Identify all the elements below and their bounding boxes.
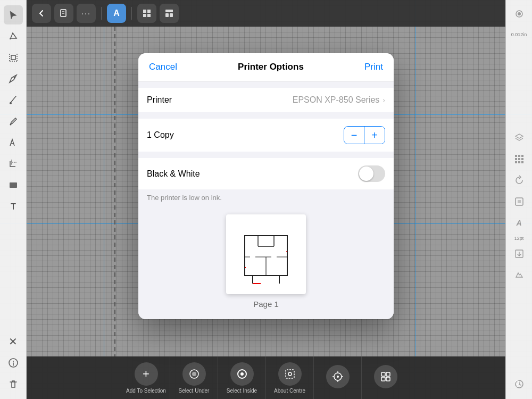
svg-rect-10	[11, 55, 15, 60]
text-tool[interactable]	[4, 197, 23, 216]
back-button[interactable]	[32, 4, 51, 23]
svg-rect-8	[165, 13, 169, 17]
more-snap-icon	[374, 365, 397, 388]
resize-tool[interactable]	[510, 192, 529, 211]
bw-row: Black & White	[138, 158, 394, 189]
svg-rect-5	[143, 14, 146, 17]
select-inside-icon	[230, 362, 254, 386]
decrement-copies-button[interactable]: −	[344, 127, 364, 144]
about-centre-button[interactable]: About Centre	[266, 356, 314, 399]
svg-rect-19	[515, 155, 517, 157]
more-snap-button[interactable]	[362, 356, 410, 399]
svg-rect-6	[147, 14, 151, 17]
svg-point-52	[288, 372, 292, 376]
rotate-tool[interactable]	[510, 171, 529, 190]
bw-label: Black & White	[147, 169, 200, 179]
page-preview-card[interactable]	[226, 214, 306, 294]
brush-tool[interactable]	[4, 90, 23, 110]
info-tool[interactable]	[4, 353, 23, 372]
bw-section: Black & White	[138, 158, 394, 189]
dialog-body: Printer EPSON XP-850 Series › 1 Copy − +	[138, 88, 394, 319]
add-to-selection-button[interactable]: + Add To Selection	[122, 356, 170, 399]
right-toolbar: 0.012in A 12pt	[505, 0, 532, 399]
floor-plan-preview	[234, 222, 298, 286]
rectangle-tool[interactable]	[4, 176, 23, 195]
svg-point-18	[518, 12, 521, 15]
dialog-title: Printer Options	[238, 62, 304, 72]
eyedropper-tool[interactable]	[4, 112, 23, 131]
fill-tool[interactable]	[4, 133, 23, 152]
svg-rect-59	[381, 372, 385, 376]
copies-row: 1 Copy − +	[138, 119, 394, 152]
copies-stepper: − +	[344, 126, 385, 144]
svg-rect-20	[518, 155, 520, 157]
app-logo-button[interactable]: A	[107, 4, 126, 23]
transform-tool[interactable]	[4, 48, 23, 67]
snap-icon	[326, 365, 350, 388]
layout-button[interactable]	[160, 4, 179, 23]
svg-rect-4	[147, 10, 151, 13]
hand-tool-right[interactable]	[510, 5, 529, 24]
pen-tool[interactable]	[4, 69, 23, 88]
page-preview-section: Page 1	[138, 204, 394, 319]
svg-point-11	[13, 77, 15, 79]
printer-row[interactable]: Printer EPSON XP-850 Series ›	[138, 88, 394, 112]
select-under-button[interactable]: Select Under	[170, 356, 218, 399]
svg-point-16	[13, 361, 14, 362]
cancel-button[interactable]: Cancel	[149, 62, 177, 72]
select-under-icon	[182, 362, 206, 386]
svg-rect-27	[521, 161, 523, 163]
svg-rect-61	[381, 377, 385, 381]
grid-tool-right[interactable]	[510, 149, 529, 169]
printer-options-dialog: Cancel Printer Options Print Printer EPS…	[138, 53, 394, 319]
svg-rect-22	[515, 158, 517, 160]
layers-tool[interactable]	[510, 128, 529, 147]
svg-rect-23	[518, 158, 520, 160]
warning-text: The printer is low on ink.	[138, 189, 394, 204]
dialog-header: Cancel Printer Options Print	[138, 53, 394, 81]
svg-rect-24	[521, 158, 523, 160]
more-button[interactable]: ···	[77, 4, 96, 23]
close-tool[interactable]: ✕	[4, 332, 23, 351]
font-size-value: 12pt	[514, 236, 524, 241]
printer-section: Printer EPSON XP-850 Series ›	[138, 88, 394, 112]
bw-toggle[interactable]	[358, 165, 385, 182]
node-tool[interactable]	[4, 27, 23, 46]
crop-tool[interactable]	[4, 154, 23, 173]
add-selection-icon: +	[135, 362, 158, 386]
printer-value: EPSON XP-850 Series ›	[293, 95, 385, 105]
svg-point-50	[240, 372, 244, 376]
svg-rect-60	[386, 372, 390, 376]
page-label: Page 1	[253, 300, 279, 309]
increment-copies-button[interactable]: +	[364, 127, 385, 144]
svg-rect-25	[515, 161, 517, 163]
toggle-thumb	[359, 167, 373, 181]
bottom-toolbar: + Add To Selection Select Under Select I…	[27, 356, 505, 399]
svg-rect-3	[143, 10, 146, 13]
export-tool[interactable]	[510, 244, 529, 263]
select-inside-button[interactable]: Select Inside	[218, 356, 266, 399]
select-inside-label: Select Inside	[227, 388, 257, 394]
snap-button[interactable]	[314, 356, 362, 399]
add-to-selection-label: Add To Selection	[126, 388, 166, 394]
svg-point-48	[192, 372, 196, 376]
svg-point-13	[10, 124, 11, 126]
effects-tool[interactable]	[510, 265, 529, 285]
svg-point-58	[337, 376, 339, 378]
left-toolbar: ✕	[0, 0, 27, 399]
delete-tool[interactable]	[4, 375, 23, 394]
document-button[interactable]	[54, 4, 73, 23]
select-tool[interactable]	[4, 5, 23, 24]
svg-rect-21	[521, 155, 523, 157]
about-centre-label: About Centre	[274, 388, 305, 394]
print-button[interactable]: Print	[364, 62, 383, 72]
printer-chevron-icon: ›	[383, 96, 385, 104]
top-toolbar: ··· A	[27, 0, 505, 27]
toolbar-separator-2	[131, 7, 132, 20]
typography-tool[interactable]: A	[510, 213, 529, 232]
help-button[interactable]: ?	[508, 375, 527, 394]
ruler-value: 0.012in	[511, 32, 527, 37]
grid-button[interactable]	[137, 4, 156, 23]
printer-name: EPSON XP-850 Series	[293, 95, 380, 105]
select-under-label: Select Under	[179, 388, 210, 394]
